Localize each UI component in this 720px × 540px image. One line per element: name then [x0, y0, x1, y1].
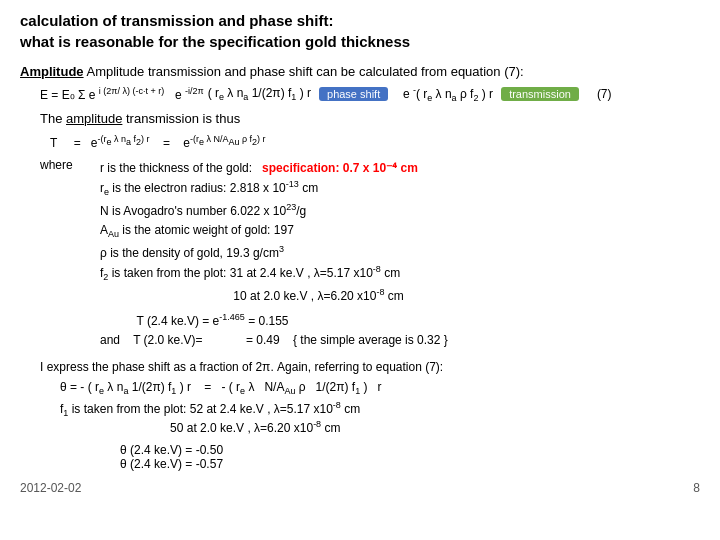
f2-desc2: 10 at 2.0 ke.V , λ=6.20 x10-8 cm [100, 286, 700, 305]
page-title: calculation of transmission and phase sh… [20, 10, 700, 52]
amplitude-thus: The amplitude transmission is thus [40, 111, 700, 126]
where-label: where [40, 158, 90, 172]
and-label: and [100, 333, 120, 347]
main-equation: E = E₀ Σ e i (2π/ λ) (-c·t + r) e -i/2π … [40, 85, 700, 103]
rho-desc: ρ is the density of gold, 19.3 g/cm3 [100, 243, 700, 262]
f1-label2: 50 at 2.0 ke.V , λ=6.20 x10-8 cm [60, 419, 700, 435]
eq-number: (7) [587, 87, 612, 101]
T24: T (2.4 ke.V) = e-1.465 = 0.155 [100, 311, 700, 330]
N-desc: N is Avogadro's number 6.022 x 1023/g [100, 201, 700, 220]
phase-section: I express the phase shift as a fraction … [40, 360, 700, 471]
amplitude-intro-text: Amplitude transmission and phase shift c… [86, 64, 523, 79]
amplitude-intro: Amplitude Amplitude transmission and pha… [20, 64, 700, 79]
amplitude-section: Amplitude Amplitude transmission and pha… [20, 64, 700, 350]
eq-part4: e -( re λ na ρ f2 ) r [396, 85, 493, 103]
A-desc: AAu is the atomic weight of gold: 197 [100, 221, 700, 242]
theta2: θ (2.4 ke.V) = -0.57 [120, 457, 700, 471]
phase-eq: θ = - ( re λ na 1/(2π) f1 ) r = - ( re λ… [60, 380, 700, 396]
phase-shift-badge: phase shift [319, 87, 388, 101]
where-section: where r is the thickness of the gold: sp… [40, 158, 700, 350]
title-line2: what is reasonable for the specification… [20, 33, 410, 50]
transmission-badge: transmission [501, 87, 579, 101]
title-line1: calculation of transmission and phase sh… [20, 12, 333, 29]
footer: 2012-02-02 8 [20, 481, 700, 495]
T20-line: and T (2.0 ke.V)= = 0.49 { the simple av… [100, 331, 700, 349]
where-grid: where r is the thickness of the gold: sp… [40, 158, 700, 350]
eq-part2: e -i/2π [168, 86, 203, 102]
footer-date: 2012-02-02 [20, 481, 81, 495]
r-spec: specification: 0.7 x 10⁻⁴ cm [262, 161, 418, 175]
eq-part3: ( re λ na 1/(2π) f1 ) r [208, 86, 311, 102]
phase-intro: I express the phase shift as a fraction … [40, 360, 700, 374]
f1-label: f1 is taken from the plot: 52 at 2.4 ke.… [60, 400, 700, 418]
footer-page: 8 [693, 481, 700, 495]
t-equation: T = e-(re λ na f2) r = e-(re λ N/AAu ρ f… [50, 134, 700, 150]
f2-desc: f2 is taken from the plot: 31 at 2.4 ke.… [100, 263, 700, 285]
r-desc: r is the thickness of the gold: specific… [100, 159, 700, 177]
eq-part1: E = E₀ Σ e i (2π/ λ) (-c·t + r) [40, 86, 164, 102]
re-desc: re is the electron radius: 2.818 x 10-13… [100, 178, 700, 200]
page-container: calculation of transmission and phase sh… [20, 10, 700, 495]
where-content: r is the thickness of the gold: specific… [100, 158, 700, 350]
theta1: θ (2.4 ke.V) = -0.50 [120, 443, 700, 457]
